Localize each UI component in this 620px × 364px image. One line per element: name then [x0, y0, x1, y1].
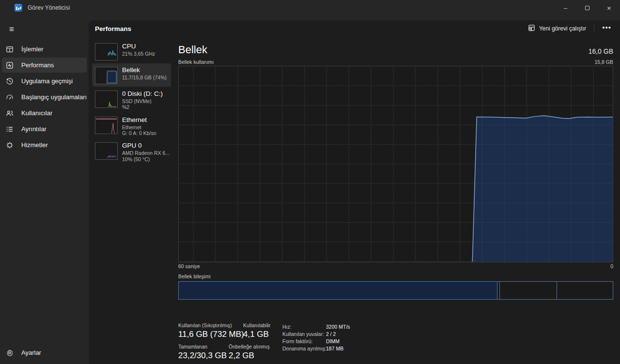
close-button[interactable]: ×	[598, 0, 620, 15]
memory-composition-bar	[178, 281, 613, 300]
perf-item-disk[interactable]: 0 Diski (D: C:) SSD (NVMe) %2	[92, 87, 171, 113]
perf-item-cpu[interactable]: CPU 21% 3,65 GHz	[92, 40, 171, 63]
cpu-sparkline	[95, 43, 118, 61]
detail-value: 2 / 2	[326, 331, 336, 337]
details-icon	[6, 125, 14, 133]
sidebar-item-ayarlar[interactable]: Ayarlar	[2, 345, 87, 360]
composition-segment-standby	[499, 282, 556, 299]
detail-value: 3200 MT/s	[326, 324, 350, 330]
perf-item-detail2: %2	[122, 104, 163, 110]
maximize-button[interactable]	[576, 0, 598, 15]
memory-title: Bellek	[178, 44, 207, 56]
perf-item-detail: 21% 3,65 GHz	[122, 51, 155, 57]
sidebar-item-hizmetler[interactable]: Hizmetler	[2, 137, 87, 152]
sidebar-item-label: Ayrıntılar	[21, 125, 46, 133]
detail-value: DIMM	[326, 338, 340, 344]
perf-item-gpu[interactable]: GPU 0 AMD Radeon RX 6... 10% (50 °C)	[92, 139, 171, 165]
perf-item-name: 0 Diski (D: C:)	[122, 90, 163, 98]
sidebar-item-ayrintilar[interactable]: Ayrıntılar	[2, 121, 87, 136]
stat-label: Kullanılan (Sıkıştırılmış)	[178, 322, 243, 328]
hardware-details: Hız: 3200 MT/s Kullanılan yuvalar: 2 / 2…	[282, 324, 350, 353]
more-options-button[interactable]: •••	[597, 22, 616, 35]
perf-item-detail: Ethernet	[122, 124, 156, 130]
composition-label: Bellek bileşimi	[178, 273, 613, 279]
header-divider	[594, 24, 594, 33]
usage-scale-top: 15,8 GB	[594, 59, 613, 65]
gpu-sparkline	[95, 142, 118, 160]
perf-item-name: Bellek	[122, 66, 167, 74]
panel-header: Performans Yeni görevi çalıştır •••	[89, 20, 620, 37]
detail-label: Hız:	[282, 324, 326, 330]
sidebar-item-label: Başlangıç uygulamaları	[21, 93, 87, 101]
task-manager-app-icon	[15, 4, 22, 12]
memory-usage-chart	[178, 66, 613, 262]
memory-capacity: 16,0 GB	[589, 47, 613, 56]
content-panel: Performans Yeni görevi çalıştır •••	[89, 20, 620, 364]
perf-item-name: Ethernet	[122, 116, 156, 124]
minimize-button[interactable]: –	[555, 0, 576, 15]
run-new-task-label: Yeni görevi çalıştır	[539, 25, 587, 32]
perf-item-name: GPU 0	[122, 142, 170, 150]
page-title: Performans	[95, 25, 131, 32]
perf-item-detail: AMD Radeon RX 6...	[122, 150, 170, 156]
stat-label: Önbelleğe alınmış	[229, 344, 270, 349]
disk-sparkline	[95, 91, 118, 108]
services-icon	[6, 141, 14, 149]
sidebar-item-uygulama-gecmisi[interactable]: Uygulama geçmişi	[2, 74, 87, 89]
perf-item-detail: 11,7/15,8 GB (74%)	[122, 75, 167, 80]
new-task-icon	[528, 24, 535, 33]
users-icon	[6, 109, 14, 117]
titlebar: Görev Yöneticisi – ×	[0, 0, 620, 15]
composition-segment-in-use	[179, 282, 497, 299]
perf-item-name: CPU	[122, 43, 155, 50]
stat-label: Kullanılabilir	[243, 322, 271, 328]
maximize-icon	[585, 6, 589, 10]
perf-item-detail2: 10% (50 °C)	[122, 156, 170, 162]
ethernet-sparkline	[95, 117, 118, 134]
sidebar-item-label: Ayarlar	[21, 349, 41, 356]
stat-label: Tamamlanan	[178, 344, 229, 349]
memory-sparkline	[95, 67, 118, 84]
perf-item-ethernet[interactable]: Ethernet Ethernet G: 0 A: 0 Kb/sn	[92, 113, 171, 139]
sidebar-item-islemler[interactable]: İşlemler	[2, 42, 87, 57]
detail-value: 187 MB	[326, 346, 343, 351]
memory-detail: Bellek 16,0 GB Bellek kullanımı 15,8 GB …	[178, 40, 613, 300]
perf-item-detail2: G: 0 A: 0 Kb/sn	[122, 130, 156, 136]
window-controls: – ×	[555, 0, 620, 15]
sidebar-item-label: İşlemler	[21, 46, 44, 53]
performance-list: CPU 21% 3,65 GHz Bellek 11,7/15,8 GB (74…	[92, 40, 171, 165]
perf-item-detail: SSD (NVMe)	[122, 98, 163, 104]
gear-icon	[6, 349, 14, 357]
composition-segment-free	[557, 282, 613, 299]
sidebar-item-baslangic-uygulamalari[interactable]: Başlangıç uygulamaları	[2, 90, 87, 105]
xaxis-right-label: 0	[610, 263, 613, 269]
memory-usage-area	[472, 116, 613, 262]
sidebar-item-label: Kullanıcılar	[21, 109, 52, 117]
stat-value: 11,6 GB (732 MB)	[178, 330, 243, 339]
startup-icon	[6, 93, 14, 101]
window-title: Görev Yöneticisi	[28, 4, 70, 11]
sidebar: ≡ İşlemler Performans Uygulama geçmişi B…	[0, 15, 89, 364]
detail-label: Donanıma ayrılmış:	[282, 346, 326, 351]
stat-value: 2,2 GB	[229, 351, 270, 361]
run-new-task-button[interactable]: Yeni görevi çalıştır	[523, 22, 591, 35]
xaxis-left-label: 60 saniye	[178, 263, 200, 269]
sidebar-item-label: Performans	[21, 61, 54, 69]
history-icon	[6, 77, 14, 85]
detail-label: Kullanılan yuvalar:	[282, 331, 326, 337]
stat-value: 23,2/30,3 GB	[178, 351, 229, 361]
detail-label: Form faktörü:	[282, 338, 326, 344]
sidebar-item-label: Hizmetler	[21, 141, 48, 149]
perf-item-bellek[interactable]: Bellek 11,7/15,8 GB (74%)	[92, 63, 171, 87]
sidebar-item-kullanicilar[interactable]: Kullanıcılar	[2, 106, 87, 121]
performance-icon	[6, 61, 14, 69]
sidebar-item-label: Uygulama geçmişi	[21, 77, 73, 85]
sidebar-item-performans[interactable]: Performans	[2, 58, 87, 73]
processes-icon	[6, 46, 14, 53]
usage-chart-label: Bellek kullanımı	[178, 59, 214, 65]
hamburger-menu-button[interactable]: ≡	[4, 22, 19, 37]
stat-value: 4,1 GB	[243, 330, 271, 339]
